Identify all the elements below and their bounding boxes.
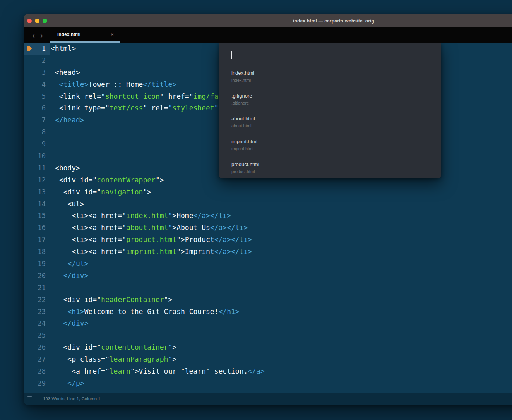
editor-window: index.html — carparts-website_orig ‹ › i… bbox=[24, 14, 512, 405]
tab-close-icon[interactable]: × bbox=[111, 31, 120, 38]
code-text bbox=[50, 138, 51, 150]
file-path: about.html bbox=[231, 123, 428, 129]
code-line[interactable]: 13 <div id="navigation"> bbox=[24, 186, 512, 198]
line-number: 16 bbox=[24, 222, 50, 234]
code-line[interactable]: 21 bbox=[24, 282, 512, 294]
line-number: 11 bbox=[24, 162, 50, 174]
code-text: <div id="headerContainer"> bbox=[50, 294, 172, 306]
line-number: 28 bbox=[24, 365, 50, 377]
line-number: 15 bbox=[24, 210, 50, 222]
editor: 1<html>23 <head>4 <title>Tower :: Home</… bbox=[24, 43, 512, 393]
code-text: <li><a href="imprint.html">Imprint</a></… bbox=[50, 246, 252, 258]
file-list-item[interactable]: about.html about.html bbox=[219, 113, 441, 136]
code-line[interactable]: 22 <div id="headerContainer"> bbox=[24, 294, 512, 306]
file-path: index.html bbox=[231, 78, 428, 83]
code-text: </head> bbox=[50, 114, 84, 126]
bookmark-icon bbox=[27, 46, 32, 51]
line-number: 20 bbox=[24, 270, 50, 282]
tab-label: index.html bbox=[50, 32, 80, 37]
code-text: <div id="navigation"> bbox=[50, 186, 151, 198]
code-text: <html> bbox=[50, 43, 76, 55]
line-number: 22 bbox=[24, 294, 50, 306]
line-number: 13 bbox=[24, 186, 50, 198]
window-title: index.html — carparts-website_orig bbox=[24, 18, 512, 24]
line-number: 9 bbox=[24, 138, 50, 150]
code-line[interactable]: 24 </div> bbox=[24, 317, 512, 329]
code-text: </div> bbox=[50, 270, 89, 282]
status-text: 193 Words, Line 1, Column 1 bbox=[43, 396, 101, 401]
code-text: </p> bbox=[50, 377, 84, 389]
line-number: 3 bbox=[24, 67, 50, 79]
line-number: 27 bbox=[24, 353, 50, 365]
panel-toggle-icon[interactable] bbox=[27, 396, 32, 401]
quick-open-panel: index.html index.html .gitignore .gitign… bbox=[219, 43, 441, 178]
code-text bbox=[50, 126, 51, 138]
tab-bar: ‹ › index.html × bbox=[24, 27, 512, 43]
line-number: 8 bbox=[24, 126, 50, 138]
file-path: product.html bbox=[231, 169, 428, 174]
quick-open-input[interactable] bbox=[231, 50, 232, 60]
code-text bbox=[50, 55, 51, 67]
line-number: 24 bbox=[24, 317, 50, 329]
line-number: 25 bbox=[24, 329, 50, 341]
code-text: </div> bbox=[50, 317, 89, 329]
file-list-item[interactable]: index.html index.html bbox=[219, 67, 441, 90]
tab-index-html[interactable]: index.html × bbox=[50, 27, 120, 43]
file-list-item[interactable]: imprint.html imprint.html bbox=[219, 136, 441, 159]
code-text: <div id="contentWrapper"> bbox=[50, 174, 164, 186]
code-text: <title>Tower :: Home</title> bbox=[50, 79, 176, 91]
code-line[interactable]: 20 </div> bbox=[24, 270, 512, 282]
file-path: imprint.html bbox=[231, 146, 428, 151]
code-line[interactable]: 23 <h1>Welcome to the Git Crash Course!<… bbox=[24, 306, 512, 318]
line-number: 18 bbox=[24, 246, 50, 258]
code-text bbox=[50, 282, 51, 294]
line-number: 4 bbox=[24, 79, 50, 91]
code-line[interactable]: 14 <ul> bbox=[24, 198, 512, 210]
code-line[interactable]: 29 </p> bbox=[24, 377, 512, 389]
file-list: index.html index.html .gitignore .gitign… bbox=[219, 67, 441, 182]
text-cursor-icon bbox=[231, 51, 232, 59]
line-number: 19 bbox=[24, 258, 50, 270]
code-text: <div id="contentContainer"> bbox=[50, 341, 176, 353]
code-line[interactable]: 25 bbox=[24, 329, 512, 341]
line-number: 2 bbox=[24, 55, 50, 67]
title-bar: index.html — carparts-website_orig bbox=[24, 14, 512, 27]
code-text: <head> bbox=[50, 67, 80, 79]
code-text bbox=[50, 150, 51, 162]
line-number: 21 bbox=[24, 282, 50, 294]
code-text: <ul> bbox=[50, 198, 84, 210]
file-name: imprint.html bbox=[231, 139, 428, 145]
code-text: <li><a href="about.html">About Us</a></l… bbox=[50, 222, 248, 234]
code-line[interactable]: 17 <li><a href="product.html">Product</a… bbox=[24, 234, 512, 246]
code-line[interactable]: 26 <div id="contentContainer"> bbox=[24, 341, 512, 353]
code-text: <body> bbox=[50, 162, 80, 174]
file-list-item[interactable]: .gitignore .gitignore bbox=[219, 90, 441, 113]
code-text: </ul> bbox=[50, 258, 89, 270]
line-number: 1 bbox=[24, 43, 50, 55]
file-name: index.html bbox=[231, 70, 428, 76]
file-path: .gitignore bbox=[231, 101, 428, 106]
back-chevron-icon[interactable]: ‹ bbox=[29, 27, 38, 43]
code-line[interactable]: 15 <li><a href="index.html">Home</a></li… bbox=[24, 210, 512, 222]
forward-chevron-icon[interactable]: › bbox=[38, 27, 46, 43]
file-name: product.html bbox=[231, 161, 428, 168]
code-line[interactable]: 27 <p class="learnParagraph"> bbox=[24, 353, 512, 365]
line-number: 26 bbox=[24, 341, 50, 353]
code-line[interactable]: 28 <a href="learn">Visit our "learn" sec… bbox=[24, 365, 512, 377]
code-text: <p class="learnParagraph"> bbox=[50, 353, 176, 365]
file-name: .gitignore bbox=[231, 93, 428, 99]
line-number: 14 bbox=[24, 198, 50, 210]
code-text bbox=[50, 329, 51, 341]
code-line[interactable]: 18 <li><a href="imprint.html">Imprint</a… bbox=[24, 246, 512, 258]
line-number: 23 bbox=[24, 306, 50, 318]
line-number: 17 bbox=[24, 234, 50, 246]
code-text: <li><a href="index.html">Home</a></li> bbox=[50, 210, 231, 222]
line-number: 7 bbox=[24, 114, 50, 126]
code-line[interactable]: 19 </ul> bbox=[24, 258, 512, 270]
code-text: <h1>Welcome to the Git Crash Course!</h1… bbox=[50, 306, 240, 318]
line-number: 12 bbox=[24, 174, 50, 186]
file-list-item[interactable]: product.html product.html bbox=[219, 159, 441, 182]
code-text: <a href="learn">Visit our "learn" sectio… bbox=[50, 365, 265, 377]
file-name: about.html bbox=[231, 116, 428, 122]
code-line[interactable]: 16 <li><a href="about.html">About Us</a>… bbox=[24, 222, 512, 234]
